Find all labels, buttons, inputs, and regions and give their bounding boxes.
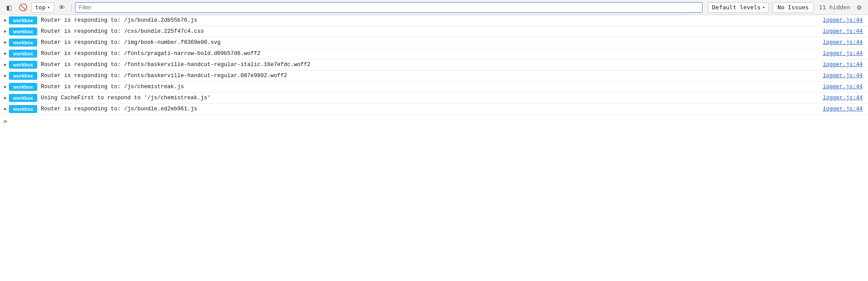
log-entry: ► workbox Router is responding to: /img/…: [0, 37, 868, 48]
log-message: Router is responding to: /fonts/pragati-…: [41, 51, 823, 57]
expand-arrow[interactable]: ►: [0, 62, 9, 67]
log-message: Router is responding to: /fonts/baskervi…: [41, 62, 823, 68]
workbox-badge: workbox: [9, 16, 37, 24]
expand-arrow[interactable]: ►: [0, 85, 9, 90]
workbox-badge: workbox: [9, 72, 37, 80]
levels-label: Default levels: [712, 4, 761, 11]
log-list: ► workbox Router is responding to: /js/b…: [0, 15, 868, 115]
expand-arrow[interactable]: ►: [0, 51, 9, 56]
log-message: Router is responding to: /js/bundle.ed2e…: [41, 106, 823, 112]
context-selector[interactable]: top ▾: [31, 2, 54, 13]
context-label: top: [35, 4, 45, 11]
log-source[interactable]: logger.js:44: [823, 17, 863, 23]
gear-icon: ⚙: [857, 3, 861, 12]
log-message: Router is responding to: /css/bundle.225…: [41, 28, 823, 35]
expand-arrow[interactable]: ►: [0, 96, 9, 101]
settings-button[interactable]: ⚙: [853, 2, 865, 13]
devtools-toolbar: ◧ 🚫 top ▾ 👁 Default levels ▾ No Issues 1…: [0, 0, 868, 15]
log-message: Router is responding to: /js/chemistreak…: [41, 84, 823, 90]
log-entry: ► workbox Router is responding to: /js/b…: [0, 15, 868, 26]
log-message: Using CacheFirst to respond to '/js/chem…: [41, 95, 823, 101]
expand-arrow[interactable]: ►: [0, 18, 9, 23]
workbox-badge: workbox: [9, 50, 37, 58]
no-entry-icon: 🚫: [19, 3, 28, 12]
workbox-badge: workbox: [9, 61, 37, 69]
log-message: Router is responding to: /img/book-numbe…: [41, 39, 823, 46]
workbox-badge: workbox: [9, 94, 37, 102]
expand-arrow[interactable]: ►: [0, 29, 9, 34]
log-source[interactable]: logger.js:44: [823, 28, 863, 35]
expand-arrow[interactable]: ►: [0, 40, 9, 45]
log-entry: ► workbox Router is responding to: /font…: [0, 48, 868, 59]
bottom-prompt: >: [0, 115, 868, 127]
workbox-badge: workbox: [9, 39, 37, 47]
levels-button[interactable]: Default levels ▾: [708, 2, 769, 13]
log-entry: ► workbox Router is responding to: /js/c…: [0, 82, 868, 93]
expand-arrow[interactable]: ►: [0, 74, 9, 78]
workbox-badge: workbox: [9, 105, 37, 113]
log-entry: ► workbox Router is responding to: /js/b…: [0, 104, 868, 115]
chevron-down-icon: ▾: [47, 5, 50, 10]
workbox-badge: workbox: [9, 83, 37, 91]
eye-icon: 👁: [59, 4, 65, 12]
log-source[interactable]: logger.js:44: [823, 84, 863, 90]
log-entry: ► workbox Router is responding to: /font…: [0, 70, 868, 82]
hidden-count: 11 hidden: [819, 4, 850, 11]
log-entry: ► workbox Router is responding to: /font…: [0, 59, 868, 70]
log-entry: ► workbox Using CacheFirst to respond to…: [0, 93, 868, 104]
eye-button[interactable]: 👁: [56, 2, 68, 13]
log-message: Router is responding to: /fonts/baskervi…: [41, 73, 823, 79]
prompt-arrow-icon: >: [4, 118, 7, 125]
no-entry-button[interactable]: 🚫: [17, 2, 29, 13]
log-source[interactable]: logger.js:44: [823, 62, 863, 68]
filter-input[interactable]: [75, 2, 702, 13]
expand-arrow[interactable]: ►: [0, 107, 9, 112]
log-source[interactable]: logger.js:44: [823, 39, 863, 46]
toolbar-divider: [71, 4, 72, 12]
log-source[interactable]: logger.js:44: [823, 106, 863, 112]
panel-toggle-icon: ◧: [6, 4, 12, 11]
workbox-badge: workbox: [9, 27, 37, 35]
log-source[interactable]: logger.js:44: [823, 73, 863, 79]
levels-chevron-icon: ▾: [762, 5, 765, 10]
log-source[interactable]: logger.js:44: [823, 51, 863, 57]
panel-toggle-button[interactable]: ◧: [3, 2, 15, 13]
no-issues-label: No Issues: [777, 4, 809, 11]
filter-wrapper: [75, 2, 703, 13]
log-source[interactable]: logger.js:44: [823, 95, 863, 101]
log-message: Router is responding to: /js/bundle.2db5…: [41, 17, 823, 23]
no-issues-button[interactable]: No Issues: [773, 2, 813, 13]
log-entry: ► workbox Router is responding to: /css/…: [0, 26, 868, 37]
